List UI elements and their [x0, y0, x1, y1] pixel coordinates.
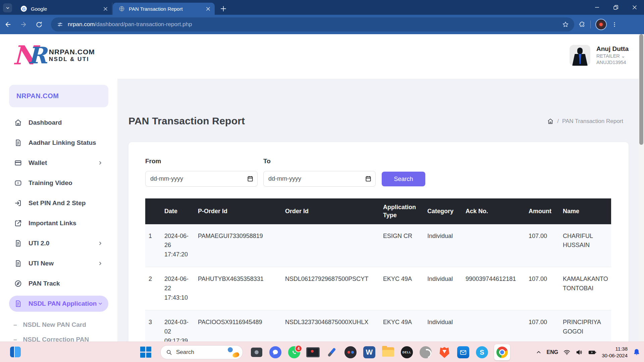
cell-date: 2024-06-22 17:43:10	[161, 267, 195, 310]
volume-icon[interactable]	[576, 349, 583, 356]
compass-icon	[14, 280, 22, 288]
sidebar-subitem-label: NSDL New PAN Card	[23, 321, 86, 328]
cell-name: CHARIFUL HUSSAIN	[559, 224, 611, 267]
chat-app-icon[interactable]	[269, 346, 282, 359]
notification-bell-icon[interactable]	[633, 348, 641, 356]
to-date-input[interactable]	[263, 171, 376, 187]
remote-desktop-icon[interactable]	[306, 346, 320, 359]
cell-date: 2024-06-26 17:47:20	[161, 224, 195, 267]
bookmark-star-icon[interactable]	[562, 21, 569, 28]
sidebar-item-training-video[interactable]: Training Video	[9, 175, 108, 191]
col-header-ack-no: Ack No.	[462, 198, 525, 224]
tab-search-button[interactable]	[3, 3, 12, 12]
restore-button[interactable]	[606, 0, 625, 15]
dash-bullet: –	[13, 336, 17, 343]
media-app-icon[interactable]	[344, 346, 357, 359]
sidebar-menu: Dashboard Aadhar Linking Status Wallet	[0, 115, 117, 316]
breadcrumb: / PAN Transaction Report	[547, 118, 623, 125]
close-window-button[interactable]	[625, 0, 644, 15]
sidebar-item-uti-2-0[interactable]: UTI 2.0	[9, 235, 108, 251]
word-icon[interactable]: W	[363, 346, 376, 359]
new-tab-button[interactable]	[219, 4, 228, 13]
browser-profile-avatar[interactable]	[595, 19, 607, 30]
document-icon	[14, 139, 22, 147]
search-icon	[166, 349, 172, 355]
windows-start-icon[interactable]	[140, 347, 152, 358]
sidebar-item-label: Training Video	[29, 179, 72, 187]
wifi-icon[interactable]	[563, 349, 571, 356]
sidebar-item-label: UTI 2.0	[29, 240, 49, 247]
table-row: 1 2024-06-26 17:47:20 PAMAEGUI7330958819…	[145, 224, 611, 267]
scrollbar-thumb[interactable]	[639, 34, 643, 145]
sidebar-item-aadhar-linking-status[interactable]: Aadhar Linking Status	[9, 135, 108, 151]
sidebar-item-important-links[interactable]: Important Links	[9, 215, 108, 231]
sidebar-item-label: PAN Track	[29, 280, 60, 287]
table-row: 2 2024-06-22 17:43:10 PAHUTYBX4635358331…	[145, 267, 611, 310]
screen: G Google PAN Transaction Report	[0, 0, 644, 362]
sidebar-subitem-nsdl-new-pan-card[interactable]: – NSDL New PAN Card	[13, 321, 86, 328]
chrome-icon[interactable]	[494, 346, 510, 359]
sidebar-item-set-pin-and-2-step[interactable]: Set PIN And 2 Step	[9, 195, 108, 211]
screenshot-app-icon[interactable]	[250, 346, 263, 359]
from-date-input[interactable]	[145, 171, 258, 187]
transaction-table: Date P-Order Id Order Id Application Typ…	[145, 198, 611, 354]
taskbar-search[interactable]: Search	[160, 345, 243, 359]
close-tab-icon[interactable]	[206, 7, 210, 11]
sidebar-item-uti-new[interactable]: UTI New	[9, 255, 108, 272]
utility-app-icon[interactable]	[419, 346, 432, 359]
pen-tool-icon[interactable]	[325, 346, 338, 359]
page-header: Anuj Dutta RETAILER ⌄ ANUJD13954	[117, 34, 644, 79]
whatsapp-icon[interactable]: 4	[287, 346, 301, 359]
cell-category: Individual	[424, 267, 462, 310]
close-tab-icon[interactable]	[104, 7, 107, 11]
col-header-application-type: Application Type	[380, 198, 424, 224]
cell-sl: 2	[145, 267, 161, 310]
user-role[interactable]: RETAILER ⌄	[596, 53, 629, 59]
dell-app-icon[interactable]: DELL	[400, 346, 414, 359]
sidebar-item-wallet[interactable]: Wallet	[9, 155, 108, 171]
url-path: /dashboard/pan-transaction-report.php	[95, 21, 192, 28]
tab-pan-transaction-report[interactable]: PAN Transaction Report	[113, 3, 215, 15]
browser-menu-icon[interactable]	[611, 21, 618, 27]
sidebar-subitem-label: NSDL Correction PAN	[23, 336, 89, 343]
user-profile[interactable]: Anuj Dutta RETAILER ⌄ ANUJD13954	[570, 45, 629, 66]
tab-google[interactable]: G Google	[15, 3, 112, 15]
minimize-button[interactable]	[588, 0, 606, 15]
mail-app-icon[interactable]	[457, 346, 470, 359]
language-indicator[interactable]: ENG	[547, 349, 558, 355]
tray-chevron-up-icon[interactable]	[536, 349, 542, 355]
reload-button[interactable]	[32, 17, 46, 32]
chevron-right-icon	[98, 261, 103, 266]
sidebar-item-label: NSDL PAN Application	[29, 300, 97, 307]
search-button[interactable]: Search	[382, 172, 425, 186]
browser-toolbar: nrpan.com/dashboard/pan-transaction-repo…	[0, 15, 644, 34]
col-header-sl	[145, 198, 161, 224]
cell-amount: 107.00	[525, 224, 559, 267]
skype-icon[interactable]: S	[475, 346, 489, 359]
extensions-icon[interactable]	[579, 21, 586, 28]
brave-icon[interactable]	[438, 346, 451, 359]
breadcrumb-home-icon[interactable]	[547, 118, 554, 125]
breadcrumb-current: PAN Transaction Report	[562, 118, 623, 125]
pinned-panel-app-icon[interactable]	[9, 346, 21, 358]
taskbar-clock[interactable]: 11:38 30-06-2024	[602, 346, 628, 359]
file-explorer-icon[interactable]	[381, 346, 395, 359]
site-settings-icon[interactable]	[57, 21, 63, 27]
back-button[interactable]	[1, 17, 15, 32]
chevron-down-icon	[98, 301, 103, 306]
dash-bullet: –	[13, 321, 17, 328]
sidebar-subitem-nsdl-correction-pan[interactable]: – NSDL Correction PAN	[13, 336, 89, 343]
battery-icon[interactable]	[588, 349, 597, 356]
cell-ack-no	[462, 224, 525, 267]
sidebar-item-pan-track[interactable]: PAN Track	[9, 276, 108, 292]
globe-favicon-icon	[119, 6, 125, 12]
url-bar[interactable]: nrpan.com/dashboard/pan-transaction-repo…	[51, 17, 574, 32]
wallet-card-icon	[14, 159, 22, 167]
sidebar-item-dashboard[interactable]: Dashboard	[9, 115, 108, 131]
sidebar-item-nsdl-pan-application[interactable]: NSDL PAN Application	[9, 296, 108, 312]
cell-category: Individual	[424, 224, 462, 267]
cell-p-order-id: PAHUTYBX4635358331	[195, 267, 282, 310]
scrollbar-track[interactable]	[639, 34, 644, 342]
clock-time: 11:38	[602, 346, 628, 352]
forward-button[interactable]	[16, 17, 31, 32]
